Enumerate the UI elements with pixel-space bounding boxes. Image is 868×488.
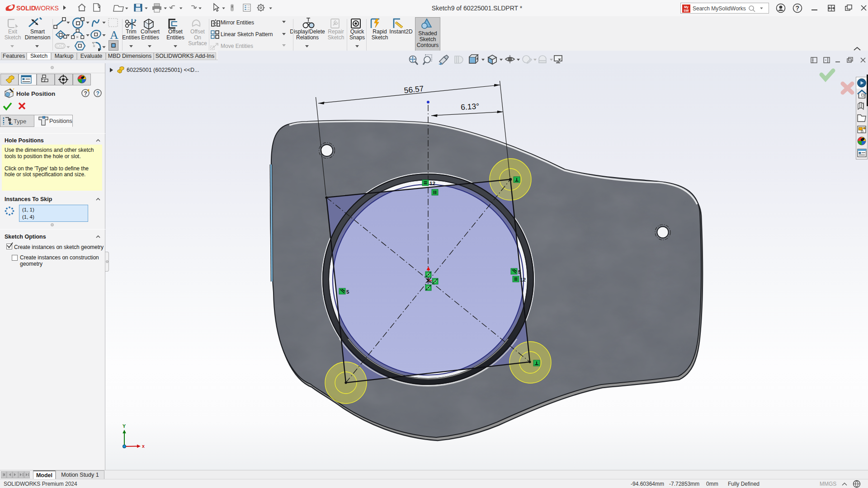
svg-text:56.57: 56.57 [404, 84, 425, 95]
svg-text:Y: Y [123, 423, 126, 429]
svg-text:6.13°: 6.13° [461, 102, 480, 112]
svg-text:?: ? [96, 90, 99, 97]
svg-text:5: 5 [346, 289, 349, 295]
svg-text:12: 12 [520, 277, 526, 282]
svg-text:x: x [142, 443, 145, 449]
svg-text:WORKS: WORKS [35, 5, 59, 12]
svg-text:?: ? [796, 5, 800, 12]
svg-text:12: 12 [429, 181, 435, 186]
svg-text:SOLID: SOLID [16, 5, 36, 12]
svg-text:5: 5 [518, 269, 521, 275]
svg-text:?: ? [84, 90, 87, 97]
